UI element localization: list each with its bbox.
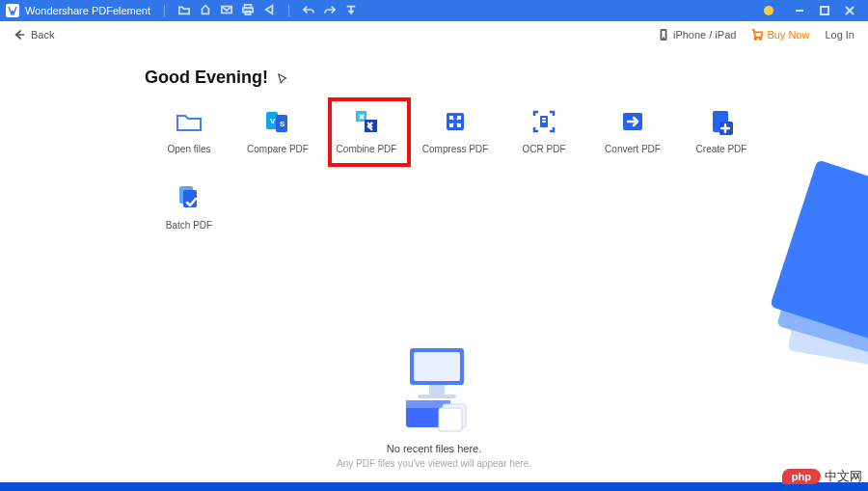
- back-label: Back: [31, 29, 54, 41]
- tile-create-pdf[interactable]: Create PDF: [677, 107, 766, 154]
- app-logo-icon: [6, 4, 19, 17]
- recent-files-empty-state: No recent files here. Any PDF files you'…: [0, 342, 868, 469]
- create-icon: [707, 107, 736, 136]
- ocr-icon: [529, 107, 558, 136]
- tile-label: Open files: [167, 144, 210, 154]
- svg-rect-17: [542, 121, 546, 123]
- open-folder-icon[interactable]: [178, 4, 190, 17]
- svg-rect-25: [429, 385, 445, 395]
- svg-text:S: S: [280, 120, 285, 128]
- header-toolbar: Back iPhone / iPad Buy Now Log In: [0, 21, 868, 48]
- tile-batch-pdf[interactable]: Batch PDF: [145, 183, 233, 231]
- mail-icon[interactable]: [221, 4, 232, 17]
- login-label: Log In: [825, 29, 854, 41]
- empty-title: No recent files here.: [0, 443, 868, 454]
- back-button[interactable]: Back: [14, 29, 54, 41]
- tile-label: Combine PDF: [337, 144, 397, 154]
- svg-text:V: V: [270, 117, 276, 125]
- mouse-cursor-icon: [277, 72, 290, 86]
- redo-icon[interactable]: [324, 4, 336, 17]
- login-link[interactable]: Log In: [825, 29, 854, 41]
- tile-open-files[interactable]: Open files: [145, 107, 233, 154]
- svg-rect-30: [439, 408, 462, 431]
- titlebar-divider: [288, 5, 289, 16]
- compress-icon: [441, 107, 470, 136]
- close-button[interactable]: [837, 0, 862, 21]
- tile-label: OCR PDF: [523, 144, 566, 154]
- tile-compress-pdf[interactable]: Compress PDF: [411, 107, 500, 154]
- svg-rect-4: [821, 7, 828, 14]
- share-icon[interactable]: [263, 4, 275, 17]
- tile-convert-pdf[interactable]: Convert PDF: [588, 107, 677, 154]
- customize-icon[interactable]: [345, 4, 357, 17]
- maximize-button[interactable]: [812, 0, 837, 21]
- theme-toggle-icon[interactable]: [764, 6, 773, 15]
- svg-rect-16: [542, 118, 546, 120]
- tile-label: Create PDF: [696, 144, 747, 154]
- watermark-text: 中文网: [825, 468, 862, 485]
- tile-label: Compare PDF: [247, 144, 309, 154]
- decorative-papers-right: [770, 159, 868, 341]
- titlebar: Wondershare PDFelement: [0, 0, 868, 21]
- app-window: Wondershare PDFelement Back: [0, 0, 868, 482]
- greeting-text: Good Evening!: [145, 68, 268, 87]
- app-title: Wondershare PDFelement: [25, 5, 150, 16]
- buy-now-link[interactable]: Buy Now: [751, 29, 809, 41]
- empty-subtitle: Any PDF files you've viewed will appear …: [0, 458, 868, 469]
- batch-icon: [175, 183, 203, 212]
- folder-icon: [175, 107, 203, 136]
- convert-icon: [618, 107, 647, 136]
- action-tile-grid: Open files VS Compare PDF Combine PDF Co…: [145, 107, 772, 231]
- tile-compare-pdf[interactable]: VS Compare PDF: [233, 107, 322, 154]
- combine-icon: [352, 107, 381, 136]
- svg-rect-26: [418, 395, 456, 398]
- minimize-button[interactable]: [787, 0, 812, 21]
- main-content: Good Evening! Open files VS Compare PDF …: [0, 48, 868, 482]
- home-icon[interactable]: [200, 4, 211, 17]
- titlebar-quick-actions: [178, 4, 357, 17]
- tile-label: Batch PDF: [166, 220, 212, 231]
- undo-icon[interactable]: [303, 4, 314, 17]
- iphone-ipad-label: iPhone / iPad: [673, 29, 736, 41]
- watermark-brand: php: [782, 469, 821, 484]
- svg-rect-24: [414, 352, 460, 381]
- iphone-ipad-link[interactable]: iPhone / iPad: [658, 29, 736, 41]
- tile-combine-pdf[interactable]: Combine PDF: [322, 107, 411, 154]
- tile-ocr-pdf[interactable]: OCR PDF: [500, 107, 588, 154]
- compare-icon: VS: [263, 107, 292, 136]
- page-greeting: Good Evening!: [145, 68, 829, 88]
- svg-rect-14: [447, 113, 464, 130]
- print-icon[interactable]: [242, 4, 254, 17]
- buy-now-label: Buy Now: [767, 29, 809, 41]
- svg-point-6: [755, 38, 757, 40]
- titlebar-divider: [164, 5, 165, 16]
- tile-label: Compress PDF: [422, 144, 488, 154]
- svg-point-7: [760, 38, 762, 40]
- tile-label: Convert PDF: [605, 144, 661, 154]
- empty-illustration-icon: [381, 342, 487, 433]
- window-controls: [787, 0, 862, 21]
- site-watermark: php 中文网: [782, 468, 862, 485]
